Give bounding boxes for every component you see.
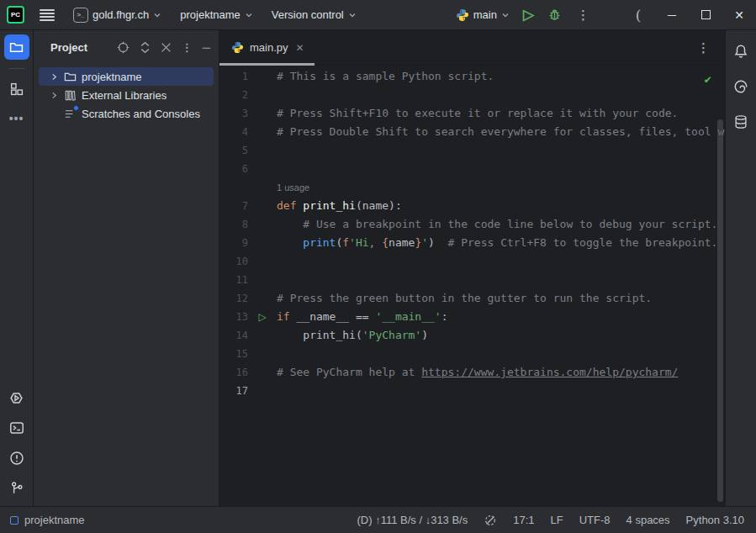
- problems-tool-button[interactable]: [4, 446, 29, 471]
- code-line[interactable]: 12# Press the green button in the gutter…: [219, 289, 725, 308]
- locate-file-icon[interactable]: [117, 41, 130, 54]
- status-project-widget[interactable]: projektname: [10, 514, 85, 526]
- main-menu-icon[interactable]: [40, 9, 55, 21]
- line-number[interactable]: 2: [219, 86, 248, 104]
- menu-version-control[interactable]: Version control: [265, 5, 363, 24]
- project-tool-button[interactable]: [4, 34, 29, 60]
- structure-tool-button[interactable]: [4, 76, 29, 101]
- hide-panel-icon[interactable]: ─: [203, 41, 210, 54]
- run-configuration-selector[interactable]: main: [449, 5, 516, 25]
- gutter-space: [248, 178, 277, 197]
- tab-close-icon[interactable]: ✕: [294, 40, 306, 55]
- code-line[interactable]: 3# Press Shift+F10 to execute it or repl…: [219, 104, 725, 123]
- line-number[interactable]: 5: [219, 141, 248, 160]
- terminal-icon: [9, 420, 24, 435]
- code-line[interactable]: 15: [219, 345, 725, 363]
- debug-button[interactable]: [541, 8, 568, 22]
- encoding-widget[interactable]: UTF-8: [579, 514, 611, 526]
- more-actions-button[interactable]: ⋮: [568, 8, 598, 23]
- code-token: [277, 236, 303, 249]
- code-token: print_hi: [303, 199, 356, 212]
- code-line[interactable]: 5: [219, 141, 725, 160]
- terminal-tool-button[interactable]: [4, 415, 29, 441]
- code-line[interactable]: 10: [219, 252, 725, 271]
- tree-item-projektname[interactable]: projektname: [39, 67, 214, 86]
- code-line[interactable]: 6: [219, 160, 725, 178]
- collapse-all-icon[interactable]: [161, 42, 172, 53]
- editor-pane: main.py ✕ ⋮ ✔ 1# This is a sample Python…: [219, 30, 725, 506]
- chevron-right-icon[interactable]: [49, 92, 59, 99]
- folder-icon: [9, 40, 24, 55]
- line-number[interactable]: 13: [219, 308, 248, 326]
- code-token: ': [421, 236, 428, 249]
- editor-tab-bar: main.py ✕ ⋮: [219, 30, 725, 66]
- code-line[interactable]: 4# Press Double Shift to search everywhe…: [219, 123, 725, 141]
- git-tool-button[interactable]: [4, 476, 29, 501]
- code-token: # Press the green button in the gutter t…: [277, 292, 652, 304]
- line-number[interactable]: 3: [219, 104, 248, 123]
- expand-collapse-icon[interactable]: [140, 41, 151, 54]
- line-number[interactable]: 4: [219, 123, 248, 141]
- code-line[interactable]: 11: [219, 271, 725, 289]
- line-number[interactable]: 8: [219, 215, 248, 234]
- structure-icon: [9, 82, 24, 96]
- highlighting-off-icon[interactable]: [484, 514, 497, 527]
- notifications-button[interactable]: [728, 39, 753, 64]
- minimize-button[interactable]: ─: [655, 1, 689, 29]
- panel-options-icon[interactable]: ⋮: [182, 41, 193, 54]
- close-window-button[interactable]: ✕: [722, 1, 756, 29]
- code-line[interactable]: 13▷if __name__ == '__main__':: [219, 308, 725, 326]
- bell-icon: [733, 44, 748, 59]
- line-number[interactable]: 10: [219, 252, 248, 271]
- line-number[interactable]: 9: [219, 234, 248, 252]
- line-number[interactable]: 15: [219, 345, 248, 363]
- line-number[interactable]: 12: [219, 289, 248, 308]
- more-tool-windows-button[interactable]: •••: [4, 106, 29, 131]
- code-area[interactable]: ✔ 1# This is a sample Python script.23# …: [219, 66, 725, 506]
- line-number[interactable]: 6: [219, 160, 248, 178]
- code-line[interactable]: 8 # Use a breakpoint in the code line be…: [219, 215, 725, 234]
- project-switcher-button[interactable]: >_ gold.fhgr.ch: [66, 4, 168, 26]
- code-token: # Press Shift+F10 to execute it or repla…: [277, 107, 678, 119]
- tab-options-icon[interactable]: ⋮: [682, 40, 725, 55]
- menu-projektname[interactable]: projektname: [173, 5, 260, 24]
- run-line-gutter-icon[interactable]: ▷: [248, 308, 277, 326]
- caret-position-widget[interactable]: 17:1: [513, 514, 534, 526]
- chevron-right-icon[interactable]: [49, 73, 59, 81]
- line-number[interactable]: 1: [219, 67, 248, 86]
- line-number[interactable]: 14: [219, 326, 248, 345]
- line-number[interactable]: 7: [219, 197, 248, 215]
- interpreter-widget[interactable]: Python 3.10: [686, 514, 744, 526]
- database-button[interactable]: [728, 109, 753, 135]
- line-ending-widget[interactable]: LF: [551, 514, 563, 526]
- services-tool-button[interactable]: [4, 385, 29, 410]
- tree-item-external-libraries[interactable]: External Libraries: [39, 86, 214, 104]
- code-line[interactable]: 1# This is a sample Python script.: [219, 67, 725, 86]
- code-line[interactable]: 9 print(f'Hi, {name}') # Press Ctrl+F8 t…: [219, 234, 725, 252]
- line-number[interactable]: [219, 178, 248, 197]
- code-line[interactable]: 7def print_hi(name):: [219, 197, 725, 215]
- window-custom-button[interactable]: (: [621, 1, 655, 29]
- help-url-link[interactable]: https://www.jetbrains.com/help/pycharm/: [421, 366, 678, 378]
- line-number[interactable]: 11: [219, 271, 248, 289]
- line-number[interactable]: 17: [219, 382, 248, 400]
- line-number[interactable]: 16: [219, 363, 248, 382]
- code-line[interactable]: 14 print_hi('PyCharm'): [219, 326, 725, 345]
- indent-widget[interactable]: 4 spaces: [626, 514, 670, 526]
- code-line[interactable]: 16# See PyCharm help at https://www.jetb…: [219, 363, 725, 382]
- project-avatar-icon: >_: [73, 8, 88, 23]
- ai-assistant-button[interactable]: [728, 74, 753, 99]
- python-icon: [231, 41, 244, 54]
- tab-main-py[interactable]: main.py ✕: [219, 30, 315, 66]
- vertical-scrollbar-thumb[interactable]: [717, 119, 723, 502]
- inlay-hint-row[interactable]: 1 usage: [219, 178, 725, 197]
- code-line[interactable]: 17: [219, 382, 725, 400]
- usages-inlay-hint[interactable]: 1 usage: [277, 182, 309, 193]
- folder-icon: [63, 71, 77, 83]
- maximize-button[interactable]: [689, 1, 722, 29]
- network-speed-widget[interactable]: (D) ↑111 B/s / ↓313 B/s: [357, 514, 468, 526]
- inspection-ok-icon[interactable]: ✔: [705, 72, 711, 86]
- tree-item-scratches[interactable]: Scratches and Consoles: [39, 104, 214, 123]
- code-line[interactable]: 2: [219, 86, 725, 104]
- run-button[interactable]: ▷: [516, 8, 541, 22]
